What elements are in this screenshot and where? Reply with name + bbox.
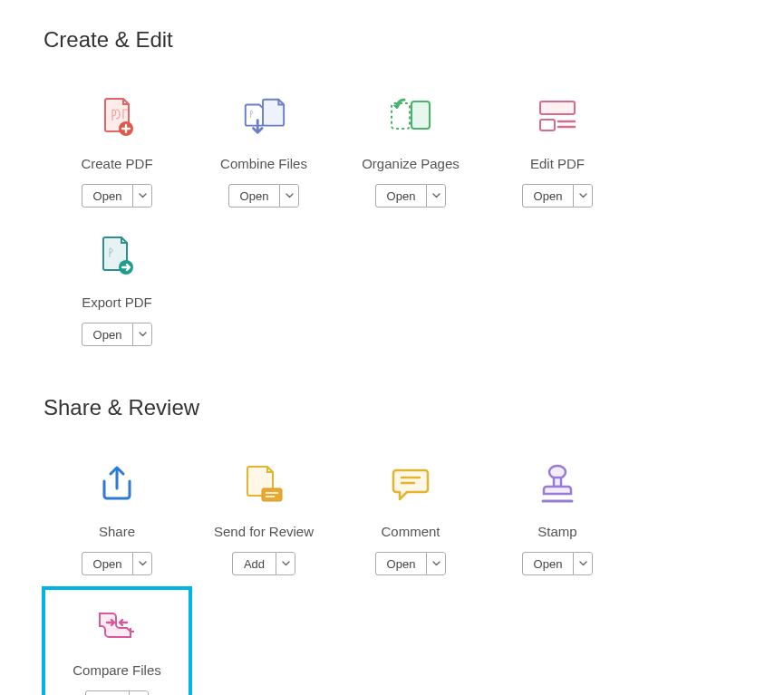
chevron-down-icon	[432, 561, 440, 566]
split-button: Open	[82, 552, 153, 575]
tool-label: Comment	[381, 524, 440, 539]
open-button[interactable]: Open	[82, 552, 133, 575]
send-review-icon	[240, 460, 287, 507]
tool-label: Combine Files	[220, 156, 307, 171]
dropdown-caret-button[interactable]	[279, 184, 299, 208]
split-button: Add	[85, 690, 149, 695]
dropdown-caret-button[interactable]	[132, 552, 152, 575]
chevron-down-icon	[139, 332, 147, 337]
tool-label: Send for Review	[214, 524, 314, 539]
tool-comment[interactable]: CommentOpen	[337, 449, 484, 588]
svg-rect-3	[540, 101, 575, 114]
split-button: Open	[522, 184, 594, 208]
compare-files-icon	[93, 599, 140, 646]
combine-files-icon	[240, 92, 287, 140]
dropdown-caret-button[interactable]	[573, 184, 593, 208]
tool-share[interactable]: ShareOpen	[44, 449, 190, 588]
tool-combine-files[interactable]: Combine FilesOpen	[190, 82, 337, 220]
tool-label: Compare Files	[73, 662, 161, 678]
chevron-down-icon	[432, 193, 440, 198]
open-button[interactable]: Open	[375, 184, 427, 208]
tool-send-for-review[interactable]: Send for ReviewAdd	[190, 449, 337, 588]
tool-stamp[interactable]: StampOpen	[484, 449, 631, 588]
svg-rect-4	[540, 120, 555, 130]
tool-label: Export PDF	[82, 294, 152, 310]
comment-icon	[387, 460, 434, 507]
add-button[interactable]: Add	[232, 552, 276, 575]
dropdown-caret-button[interactable]	[129, 690, 149, 695]
open-button[interactable]: Open	[375, 552, 427, 575]
tool-create-pdf[interactable]: Create PDFOpen	[44, 82, 190, 220]
dropdown-caret-button[interactable]	[132, 184, 152, 208]
tool-label: Share	[99, 524, 135, 539]
chevron-down-icon	[139, 561, 147, 566]
split-button: Open	[228, 184, 300, 208]
tool-organize-pages[interactable]: Organize PagesOpen	[337, 82, 484, 220]
chevron-down-icon	[282, 561, 290, 566]
tool-compare-files[interactable]: Compare FilesAdd	[44, 588, 190, 695]
open-button[interactable]: Open	[82, 323, 133, 346]
svg-rect-2	[392, 103, 410, 129]
stamp-icon	[534, 460, 581, 507]
section-title: Create & Edit	[44, 27, 740, 53]
tool-label: Edit PDF	[530, 156, 585, 171]
dropdown-caret-button[interactable]	[426, 552, 446, 575]
split-button: Open	[375, 184, 447, 208]
organize-pages-icon	[387, 92, 434, 140]
tools-row: Create PDFOpen Combine FilesOpen Organiz…	[44, 82, 740, 359]
tool-label: Stamp	[537, 524, 576, 539]
tool-label: Organize Pages	[362, 156, 460, 171]
split-button: Open	[375, 552, 447, 575]
chevron-down-icon	[286, 193, 294, 198]
tool-edit-pdf[interactable]: Edit PDFOpen	[484, 82, 631, 220]
add-button[interactable]: Add	[85, 690, 129, 695]
chevron-down-icon	[139, 193, 147, 198]
chevron-down-icon	[579, 561, 587, 566]
dropdown-caret-button[interactable]	[132, 323, 152, 346]
tool-label: Create PDF	[81, 156, 152, 171]
tools-row: ShareOpen Send for ReviewAdd CommentOpen…	[44, 449, 740, 695]
dropdown-caret-button[interactable]	[276, 552, 295, 575]
dropdown-caret-button[interactable]	[426, 184, 446, 208]
chevron-down-icon	[579, 193, 587, 198]
split-button: Add	[232, 552, 295, 575]
create-pdf-icon	[93, 92, 140, 140]
open-button[interactable]: Open	[82, 184, 133, 208]
open-button[interactable]: Open	[522, 184, 574, 208]
section: Create & Edit Create PDFOpen Combine Fil…	[44, 27, 740, 359]
tool-export-pdf[interactable]: Export PDFOpen	[44, 220, 190, 359]
split-button: Open	[522, 552, 594, 575]
dropdown-caret-button[interactable]	[573, 552, 593, 575]
split-button: Open	[82, 184, 153, 208]
section: Share & Review ShareOpen Send for Review…	[44, 395, 740, 695]
edit-pdf-icon	[534, 92, 581, 140]
split-button: Open	[82, 323, 153, 346]
open-button[interactable]: Open	[522, 552, 574, 575]
share-icon	[93, 460, 140, 507]
section-title: Share & Review	[44, 395, 740, 420]
svg-rect-1	[411, 101, 430, 129]
export-pdf-icon	[93, 231, 140, 278]
open-button[interactable]: Open	[228, 184, 280, 208]
svg-rect-8	[262, 488, 282, 501]
